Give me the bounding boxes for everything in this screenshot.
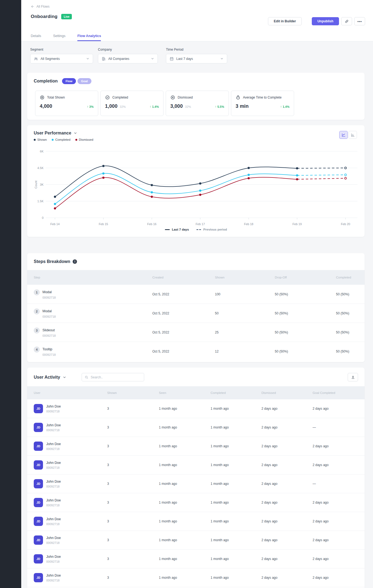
step-type: Modal [42, 308, 56, 313]
copy-link-button[interactable] [341, 17, 352, 25]
svg-text:3K: 3K [40, 183, 44, 186]
filter-select[interactable]: All Segments [30, 54, 93, 63]
user-shown: 3 [107, 444, 159, 448]
user-name: John Doe [46, 442, 61, 446]
edit-in-builder-button[interactable]: Edit in Builder [268, 17, 302, 25]
user-shown: 3 [107, 482, 159, 486]
toggle-flow[interactable]: Flow [62, 78, 76, 84]
user-seen: 1 month ago [159, 576, 211, 580]
user-goal-completed: 2 days ago [313, 576, 358, 580]
arrow-up-icon: ↑ [150, 105, 151, 109]
user-avatar: JD [34, 573, 43, 582]
bar-chart-toggle-button[interactable] [349, 131, 357, 139]
step-id: 00092718 [42, 315, 56, 318]
status-badge: Live [61, 14, 72, 19]
search-input[interactable] [91, 375, 141, 379]
column-header-shown: Shown [107, 391, 159, 394]
stat-delta: ↑ 1.4% [150, 105, 159, 109]
filter-select[interactable]: Last 7 days [166, 54, 227, 63]
user-avatar: JD [34, 498, 43, 507]
user-id: 00092718 [46, 522, 61, 526]
user-id: 00092718 [46, 560, 61, 563]
user-shown: 3 [107, 463, 159, 467]
user-seen: 1 month ago [159, 519, 211, 523]
step-id: 00092718 [42, 296, 56, 299]
svg-text:Feb 14: Feb 14 [50, 222, 60, 226]
user-completed: 1 month ago [211, 501, 261, 504]
stat-delta: ↑ 3% [87, 105, 94, 109]
user-completed: 1 month ago [211, 557, 261, 561]
tab-settings[interactable]: Settings [53, 34, 65, 41]
chevron-down-icon [220, 57, 224, 60]
user-goal-completed: 2 days ago [313, 407, 358, 411]
period-legend-dashed: Previous period [196, 228, 227, 231]
user-activity-row: JDJohn Doe0009271831 month ago1 month ag… [27, 493, 365, 512]
legend-item-dismissed: Dismissed [75, 138, 93, 141]
building-icon [101, 57, 106, 61]
legend-dot [75, 139, 77, 141]
arrow-up-icon: ↑ [215, 105, 217, 109]
chevron-down-icon [86, 57, 90, 60]
user-activity-row: JDJohn Doe0009271831 month ago1 month ag… [27, 531, 365, 550]
filter-label: Segment [30, 48, 93, 51]
user-name: John Doe [46, 405, 61, 408]
user-completed: 1 month ago [211, 576, 261, 580]
user-dismissed: 2 days ago [261, 407, 313, 411]
user-id: 00092718 [46, 504, 61, 507]
step-dropoff: 50 (50%) [275, 350, 336, 353]
export-button[interactable] [348, 373, 358, 381]
user-name: John Doe [46, 461, 61, 465]
solid-line-swatch [165, 229, 170, 230]
link-icon [345, 19, 349, 23]
user-performance-header[interactable]: User Performance [34, 131, 77, 136]
user-seen: 1 month ago [159, 501, 211, 504]
user-name: John Doe [46, 423, 61, 427]
eye-icon [40, 95, 45, 100]
svg-text:Count: Count [34, 180, 38, 188]
arrow-left-icon [31, 5, 35, 8]
user-completed: 1 month ago [211, 463, 261, 467]
step-row: 1Modal00092718Oct 5, 202210050 (50%)50 (… [27, 285, 365, 304]
unpublish-button[interactable]: Unpublish [312, 17, 339, 25]
activity-table-body: JDJohn Doe0009271831 month ago1 month ag… [27, 399, 365, 587]
filter-value: Last 7 days [176, 57, 193, 61]
period-legend-solid: Last 7 days [165, 228, 189, 231]
filter-select[interactable]: All Companies [98, 54, 158, 63]
step-shown: 100 [215, 292, 275, 296]
legend-item-shown: Shown [34, 138, 47, 141]
svg-text:Feb 20: Feb 20 [341, 222, 350, 226]
info-icon[interactable]: ! [73, 259, 77, 264]
column-header-completed: Completed [336, 276, 358, 279]
user-seen: 1 month ago [159, 538, 211, 542]
building-icon [101, 57, 106, 61]
user-dismissed: 2 days ago [261, 519, 313, 523]
stat-label: Dismissed [178, 96, 193, 99]
stat-card-average-time-to-complete: Average Time to Complete3 min↑ 1.4% [231, 91, 294, 116]
stat-label: Completed [112, 96, 128, 99]
user-activity-header[interactable]: User Activity [34, 375, 66, 380]
more-options-button[interactable]: ••• [354, 17, 365, 25]
calendar-icon [169, 57, 174, 61]
column-header-user: User [34, 391, 107, 394]
stat-sub-value: 32% [185, 105, 191, 108]
toggle-goal[interactable]: Goal [78, 78, 91, 84]
dashed-line-swatch [196, 229, 201, 230]
back-to-all-flows-link[interactable]: All Flows [31, 0, 50, 8]
tab-details[interactable]: Details [31, 34, 41, 41]
user-activity-section: User Activity UserShownSeenCompletedDism… [27, 367, 365, 588]
user-id: 00092718 [46, 410, 61, 413]
step-shown: 25 [215, 330, 275, 334]
column-header-shown: Shown [215, 276, 275, 279]
step-completed: 50 (50%) [336, 330, 358, 334]
tab-flow-analytics[interactable]: Flow Analytics [77, 34, 101, 41]
user-id: 00092718 [46, 541, 61, 544]
user-completed: 1 month ago [211, 425, 261, 429]
svg-text:Feb 18: Feb 18 [244, 222, 253, 226]
user-goal-completed: 2 days ago [313, 519, 358, 523]
search-icon [85, 375, 88, 379]
user-seen: 1 month ago [159, 463, 211, 467]
user-dismissed: 2 days ago [261, 576, 313, 580]
user-shown: 3 [107, 501, 159, 504]
stopwatch-icon [236, 95, 241, 100]
line-chart-toggle-button[interactable] [339, 131, 348, 139]
